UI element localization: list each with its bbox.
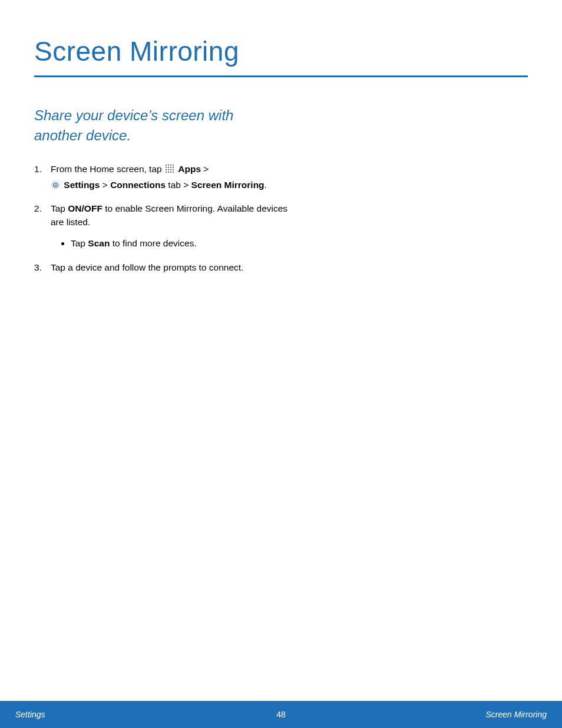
screen-mirroring-label: Screen Mirroring bbox=[191, 180, 265, 190]
step-1-sep-a: > bbox=[203, 164, 209, 174]
svg-point-3 bbox=[173, 164, 174, 166]
svg-point-8 bbox=[166, 169, 167, 170]
svg-point-5 bbox=[168, 167, 169, 168]
svg-point-10 bbox=[170, 169, 171, 170]
step-1: From the Home screen, tap Apps > bbox=[34, 163, 293, 192]
svg-point-1 bbox=[168, 164, 169, 166]
step-3: Tap a device and follow the prompts to c… bbox=[34, 261, 293, 274]
apps-label: Apps bbox=[178, 164, 201, 174]
svg-point-18 bbox=[55, 184, 56, 185]
title-rule bbox=[34, 75, 528, 77]
steps-list: From the Home screen, tap Apps > bbox=[34, 163, 293, 274]
svg-point-7 bbox=[173, 167, 174, 168]
bullet-text-a: Tap bbox=[71, 238, 88, 248]
step-2-text-a: Tap bbox=[51, 203, 68, 213]
step-1-text-a: From the Home screen, tap bbox=[51, 164, 164, 174]
settings-label: Settings bbox=[64, 180, 100, 190]
svg-point-9 bbox=[168, 169, 169, 170]
step-2-sublist: Tap Scan to find more devices. bbox=[51, 237, 293, 250]
svg-point-15 bbox=[173, 172, 174, 173]
svg-point-11 bbox=[173, 169, 174, 170]
svg-point-6 bbox=[170, 167, 171, 168]
onoff-label: ON/OFF bbox=[68, 203, 103, 213]
step-3-text: Tap a device and follow the prompts to c… bbox=[51, 262, 243, 272]
step-1-sep-b: > bbox=[103, 180, 110, 190]
svg-point-0 bbox=[166, 164, 167, 166]
step-1-end: . bbox=[265, 180, 267, 190]
page-footer: Settings 48 Screen Mirroring bbox=[0, 701, 562, 728]
scan-label: Scan bbox=[88, 238, 110, 248]
step-2-bullet: Tap Scan to find more devices. bbox=[71, 237, 293, 250]
footer-left: Settings bbox=[15, 710, 45, 719]
connections-label: Connections bbox=[110, 180, 166, 190]
svg-point-2 bbox=[170, 164, 171, 166]
footer-right: Screen Mirroring bbox=[486, 710, 547, 719]
page-body: Screen Mirroring Share your device’s scr… bbox=[0, 0, 562, 274]
svg-point-12 bbox=[166, 172, 167, 173]
svg-point-13 bbox=[168, 172, 169, 173]
settings-gear-icon bbox=[51, 180, 60, 190]
page-subtitle: Share your device’s screen with another … bbox=[34, 106, 282, 145]
bullet-text-b: to find more devices. bbox=[110, 238, 196, 248]
apps-grid-icon bbox=[165, 164, 174, 173]
step-2: Tap ON/OFF to enable Screen Mirroring. A… bbox=[34, 202, 293, 250]
step-1-sep-c: tab > bbox=[168, 180, 191, 190]
svg-point-4 bbox=[166, 167, 167, 168]
svg-point-14 bbox=[170, 172, 171, 173]
footer-page-number: 48 bbox=[276, 710, 286, 719]
page-title: Screen Mirroring bbox=[34, 35, 528, 67]
